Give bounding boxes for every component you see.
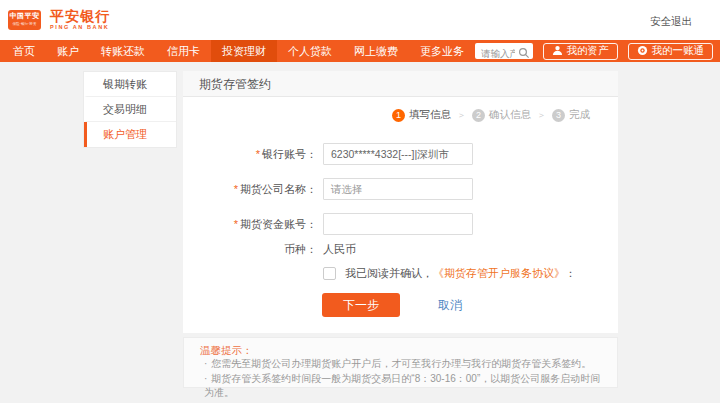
my-assets-label: 我的资产 — [567, 44, 609, 58]
step-fill-info: 1 填写信息 — [392, 108, 451, 122]
step-confirm-info: 2 确认信息 — [472, 108, 531, 122]
form-actions: 下一步 取消 — [322, 293, 462, 317]
search-icon[interactable] — [518, 45, 530, 63]
required-mark: * — [234, 218, 238, 230]
my-assets-button[interactable]: 我的资产 — [543, 43, 618, 60]
currency-value: 人民币 — [323, 242, 356, 257]
nav-item-loans[interactable]: 个人贷款 — [277, 40, 343, 62]
step-1-circle: 1 — [392, 109, 405, 122]
futures-account-label: *期货资金账号： — [183, 217, 317, 232]
nav-item-transfer[interactable]: 转账还款 — [90, 40, 156, 62]
agreement-text: 我已阅读并确认， — [345, 266, 433, 281]
user-icon — [552, 45, 563, 58]
sidebar: 银期转账 交易明细 账户管理 — [83, 71, 177, 148]
futures-company-select[interactable]: 请选择 — [323, 178, 473, 200]
search-box — [475, 43, 533, 59]
required-mark: * — [234, 183, 238, 195]
tip-text: 期货存管关系签约时间段一般为期货交易日的“8：30-16：00”，以期货公司服务… — [204, 373, 600, 399]
step-2-label: 确认信息 — [489, 108, 531, 122]
next-step-button[interactable]: 下一步 — [322, 293, 400, 317]
sidebar-item-transaction-details[interactable]: 交易明细 — [84, 97, 176, 122]
nav-item-home[interactable]: 首页 — [2, 40, 46, 62]
bank-name-cn: 平安银行 — [50, 9, 110, 24]
step-1-label: 填写信息 — [409, 108, 451, 122]
step-done: 3 完成 — [552, 108, 590, 122]
tip-text: 您需先至期货公司办理期货账户开户后，才可至我行办理与我行的期货存管关系签约。 — [211, 358, 591, 369]
bullet-icon: · — [204, 373, 207, 384]
my-account-button[interactable]: 我的一账通 — [628, 43, 714, 60]
page: 中国平安 保险·银行·投资 平安银行 PING AN BANK 安全退出 首页 … — [0, 0, 720, 403]
my-account-label: 我的一账通 — [652, 44, 705, 58]
bank-account-row: *银行账号： 6230*****4332[---]|深圳市 — [183, 143, 473, 165]
header: 中国平安 保险·银行·投资 平安银行 PING AN BANK 安全退出 — [0, 0, 720, 40]
step-3-circle: 3 — [552, 109, 565, 122]
step-indicator: 1 填写信息 ＞ 2 确认信息 ＞ 3 完成 — [392, 108, 590, 122]
agreement-row: 我已阅读并确认， 《期货存管开户服务协议》 ： — [323, 266, 576, 281]
futures-account-input[interactable] — [323, 213, 473, 235]
main-nav: 首页 账户 转账还款 信用卡 投资理财 个人贷款 网上缴费 更多业务 我的资产 … — [0, 40, 720, 62]
futures-company-row: *期货公司名称： 请选择 — [183, 178, 473, 200]
tips-title: 温馨提示： — [200, 343, 601, 357]
step-separator-icon: ＞ — [537, 109, 546, 122]
bank-account-select[interactable]: 6230*****4332[---]|深圳市 — [323, 143, 473, 165]
currency-row: 币种： 人民币 — [183, 242, 356, 257]
panel-title: 期货存管签约 — [183, 71, 618, 97]
agreement-suffix: ： — [565, 266, 576, 281]
tip-item: ·您需先至期货公司办理期货账户开户后，才可至我行办理与我行的期货存管关系签约。 — [200, 357, 601, 372]
step-separator-icon: ＞ — [457, 109, 466, 122]
logout-link[interactable]: 安全退出 — [650, 15, 692, 29]
nav-item-accounts[interactable]: 账户 — [46, 40, 90, 62]
nav-item-investment[interactable]: 投资理财 — [211, 40, 277, 62]
bullet-icon: · — [204, 358, 207, 369]
futures-company-label: *期货公司名称： — [183, 182, 317, 197]
currency-label: 币种： — [183, 242, 317, 257]
pingan-logo-badge: 中国平安 保险·银行·投资 — [8, 10, 41, 30]
main-panel: 期货存管签约 1 填写信息 ＞ 2 确认信息 ＞ 3 完成 *银行账号： 623… — [183, 71, 618, 333]
bank-name: 平安银行 PING AN BANK — [50, 9, 110, 31]
safe-icon — [637, 45, 648, 58]
agreement-link[interactable]: 《期货存管开户服务协议》 — [433, 266, 565, 281]
logo-badge-subtext: 保险·银行·投资 — [10, 21, 40, 26]
nav-item-payments[interactable]: 网上缴费 — [343, 40, 409, 62]
bank-name-en: PING AN BANK — [50, 24, 110, 31]
step-3-label: 完成 — [569, 108, 590, 122]
tip-item: ·期货存管关系签约时间段一般为期货交易日的“8：30-16：00”，以期货公司服… — [200, 372, 601, 401]
pingan-logo[interactable]: 中国平安 保险·银行·投资 平安银行 PING AN BANK — [8, 9, 110, 31]
required-mark: * — [256, 148, 260, 160]
sidebar-item-account-management[interactable]: 账户管理 — [84, 122, 176, 147]
tips-panel: 温馨提示： ·您需先至期货公司办理期货账户开户后，才可至我行办理与我行的期货存管… — [183, 337, 618, 388]
nav-item-more[interactable]: 更多业务 — [409, 40, 475, 62]
cancel-link[interactable]: 取消 — [438, 297, 462, 314]
step-2-circle: 2 — [472, 109, 485, 122]
logo-badge-text: 中国平安 — [8, 10, 41, 21]
bank-account-label: *银行账号： — [183, 147, 317, 162]
sidebar-item-bank-futures-transfer[interactable]: 银期转账 — [84, 72, 176, 97]
futures-account-row: *期货资金账号： — [183, 213, 473, 235]
agreement-checkbox[interactable] — [323, 267, 336, 280]
nav-item-credit-card[interactable]: 信用卡 — [156, 40, 211, 62]
